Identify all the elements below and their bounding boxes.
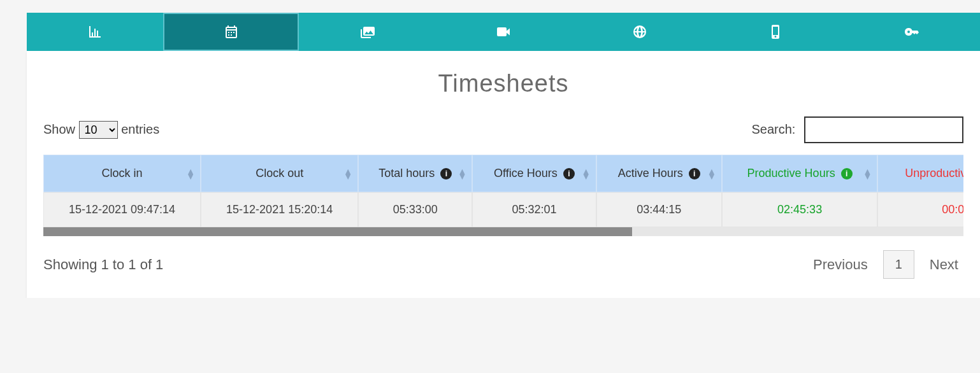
- col-label: Clock out: [256, 167, 303, 179]
- col-productive-hours[interactable]: Productive Hours i ▲▼: [722, 155, 877, 192]
- tab-calendar[interactable]: [163, 13, 299, 51]
- search-input[interactable]: [804, 116, 963, 143]
- key-icon: [904, 24, 919, 39]
- status-text: Showing 1 to 1 of 1: [43, 257, 163, 273]
- sort-icon: ▲▼: [458, 169, 466, 179]
- col-label: Clock in: [102, 167, 143, 179]
- images-icon: [359, 24, 375, 39]
- info-icon[interactable]: i: [689, 168, 700, 179]
- cell-clock-in: 15-12-2021 09:47:14: [43, 192, 201, 227]
- calendar-icon: [224, 24, 239, 39]
- search-label: Search:: [752, 122, 796, 136]
- col-label: Active Hours: [618, 167, 683, 179]
- table-row: 15-12-2021 09:47:14 15-12-2021 15:20:14 …: [43, 192, 963, 227]
- cell-office: 05:32:01: [472, 192, 596, 227]
- sort-icon: ▲▼: [707, 169, 716, 179]
- col-unproductive-hours[interactable]: Unproductive Hours i ▲▼: [877, 155, 963, 192]
- cell-total: 05:33:00: [358, 192, 472, 227]
- entries-control: Show 10 25 50 100 entries: [43, 121, 159, 139]
- top-tabs: [27, 13, 980, 51]
- info-icon[interactable]: i: [563, 168, 575, 179]
- sort-icon: ▲▼: [582, 169, 591, 179]
- horizontal-scrollbar[interactable]: [43, 227, 963, 236]
- entries-prefix: Show: [43, 122, 75, 136]
- col-total-hours[interactable]: Total hours i ▲▼: [358, 155, 472, 192]
- video-icon: [496, 24, 511, 39]
- phone-icon: [768, 24, 783, 39]
- page-title: Timesheets: [43, 70, 963, 97]
- previous-button[interactable]: Previous: [808, 253, 873, 277]
- tab-globe[interactable]: [572, 13, 708, 51]
- sort-icon: ▲▼: [186, 169, 195, 179]
- info-icon[interactable]: i: [841, 168, 853, 179]
- page-1-button[interactable]: 1: [883, 250, 914, 279]
- col-office-hours[interactable]: Office Hours i ▲▼: [472, 155, 596, 192]
- cell-unproductive: 00:00:00: [877, 192, 963, 227]
- tab-key[interactable]: [844, 13, 980, 51]
- table-header-row: Clock in ▲▼ Clock out ▲▼ Total hours i ▲…: [43, 155, 963, 192]
- col-label: Total hours: [378, 167, 435, 179]
- page-size-select[interactable]: 10 25 50 100: [79, 121, 118, 139]
- tab-images[interactable]: [299, 13, 435, 51]
- cell-active: 03:44:15: [596, 192, 722, 227]
- tab-video[interactable]: [435, 13, 572, 51]
- panel-timesheets: Timesheets Show 10 25 50 100 entries Sea…: [27, 51, 980, 298]
- table-wrap: Clock in ▲▼ Clock out ▲▼ Total hours i ▲…: [43, 155, 963, 236]
- col-label: Productive Hours: [747, 167, 835, 179]
- table-controls: Show 10 25 50 100 entries Search:: [43, 116, 963, 143]
- entries-suffix: entries: [121, 122, 159, 136]
- pager: Previous 1 Next: [808, 250, 963, 279]
- bar-chart-icon: [87, 24, 103, 39]
- tab-bar-chart[interactable]: [27, 13, 163, 51]
- tab-phone[interactable]: [708, 13, 844, 51]
- search-control: Search:: [752, 116, 964, 143]
- sort-icon: ▲▼: [863, 169, 872, 179]
- cell-productive: 02:45:33: [722, 192, 877, 227]
- info-icon[interactable]: i: [440, 168, 452, 179]
- col-label: Office Hours: [494, 167, 558, 179]
- next-button[interactable]: Next: [925, 253, 963, 277]
- globe-icon: [632, 24, 647, 39]
- scrollbar-thumb[interactable]: [43, 227, 632, 236]
- sort-icon: ▲▼: [343, 169, 352, 179]
- cell-clock-out: 15-12-2021 15:20:14: [201, 192, 358, 227]
- col-clock-out[interactable]: Clock out ▲▼: [201, 155, 358, 192]
- col-label: Unproductive Hours: [905, 167, 963, 179]
- col-active-hours[interactable]: Active Hours i ▲▼: [596, 155, 722, 192]
- table-footer: Showing 1 to 1 of 1 Previous 1 Next: [43, 250, 963, 279]
- timesheet-table: Clock in ▲▼ Clock out ▲▼ Total hours i ▲…: [43, 155, 963, 227]
- col-clock-in[interactable]: Clock in ▲▼: [43, 155, 201, 192]
